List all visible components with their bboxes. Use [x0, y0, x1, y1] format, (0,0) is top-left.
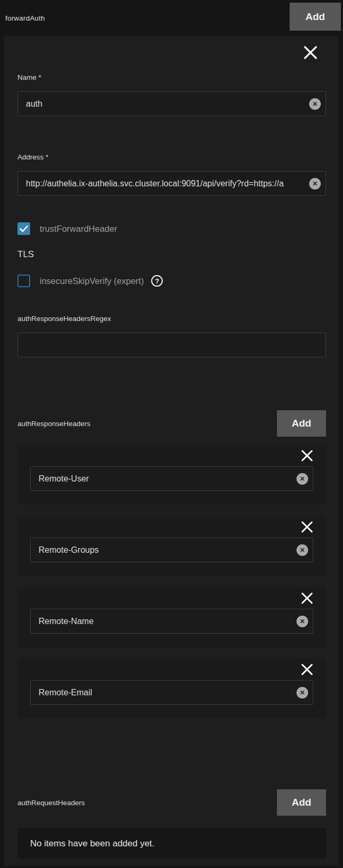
response-header-card: ✕	[17, 516, 326, 576]
trust-forward-header-row: trustForwardHeader	[17, 222, 326, 235]
header-bar: forwardAuth Add	[0, 0, 343, 36]
empty-list-message: No items have been added yet.	[30, 838, 154, 849]
address-label: Address *	[17, 153, 326, 161]
auth-request-headers-label: authRequestHeaders	[17, 799, 85, 807]
item-input-wrap: ✕	[30, 466, 313, 491]
trust-forward-header-label: trustForwardHeader	[40, 224, 117, 234]
response-header-input[interactable]	[30, 466, 313, 491]
close-icon	[301, 592, 313, 605]
name-input-wrap: ✕	[17, 91, 326, 116]
clear-address-icon[interactable]: ✕	[309, 178, 321, 190]
insecure-skip-verify-row: insecureSkipVerify (expert) ?	[17, 275, 326, 287]
clear-name-icon[interactable]: ✕	[309, 98, 321, 110]
clear-item-icon[interactable]: ✕	[296, 544, 308, 556]
auth-response-headers-label: authResponseHeaders	[17, 420, 90, 428]
remove-item-button[interactable]	[301, 592, 313, 605]
close-icon	[301, 449, 313, 462]
item-input-wrap: ✕	[30, 537, 313, 562]
response-header-input[interactable]	[30, 537, 313, 562]
response-header-card: ✕	[17, 588, 326, 647]
auth-request-headers-section-row: authRequestHeaders Add	[17, 789, 326, 816]
auth-response-headers-regex-label: authResponseHeadersRegex	[17, 315, 326, 323]
name-label: Name *	[17, 73, 326, 81]
close-icon	[301, 663, 313, 676]
remove-item-button[interactable]	[301, 663, 313, 676]
forward-auth-panel: Name * ✕ Address * ✕ trustForwardHeader …	[4, 36, 338, 866]
help-icon[interactable]: ?	[151, 275, 163, 287]
address-input[interactable]	[17, 171, 326, 196]
add-request-header-button[interactable]: Add	[277, 789, 326, 816]
name-input[interactable]	[17, 91, 326, 116]
response-header-input[interactable]	[30, 680, 313, 705]
item-input-wrap: ✕	[30, 680, 313, 705]
page-title: forwardAuth	[5, 14, 45, 22]
trust-forward-header-checkbox[interactable]	[17, 222, 30, 235]
response-header-input[interactable]	[30, 609, 313, 634]
clear-item-icon[interactable]: ✕	[296, 473, 308, 485]
checkmark-icon	[20, 225, 28, 232]
address-input-wrap: ✕	[17, 171, 326, 196]
item-input-wrap: ✕	[30, 609, 313, 634]
clear-item-icon[interactable]: ✕	[296, 687, 308, 699]
tls-heading: TLS	[17, 249, 326, 260]
empty-list-message-box: No items have been added yet.	[17, 828, 326, 858]
auth-response-headers-section-row: authResponseHeaders Add	[17, 410, 326, 437]
response-header-card: ✕	[17, 445, 326, 505]
add-response-header-button[interactable]: Add	[277, 410, 326, 437]
remove-item-button[interactable]	[301, 521, 313, 533]
insecure-skip-verify-checkbox[interactable]	[17, 275, 30, 287]
close-panel-button[interactable]	[303, 45, 318, 60]
add-middleware-button[interactable]: Add	[290, 3, 341, 31]
close-icon	[301, 521, 313, 533]
close-icon	[303, 45, 318, 60]
auth-response-headers-regex-input[interactable]	[17, 333, 326, 357]
remove-item-button[interactable]	[301, 449, 313, 462]
response-header-card: ✕	[17, 659, 326, 719]
auth-response-headers-regex-wrap	[17, 333, 326, 357]
insecure-skip-verify-label: insecureSkipVerify (expert)	[40, 276, 144, 286]
clear-item-icon[interactable]: ✕	[296, 616, 308, 627]
